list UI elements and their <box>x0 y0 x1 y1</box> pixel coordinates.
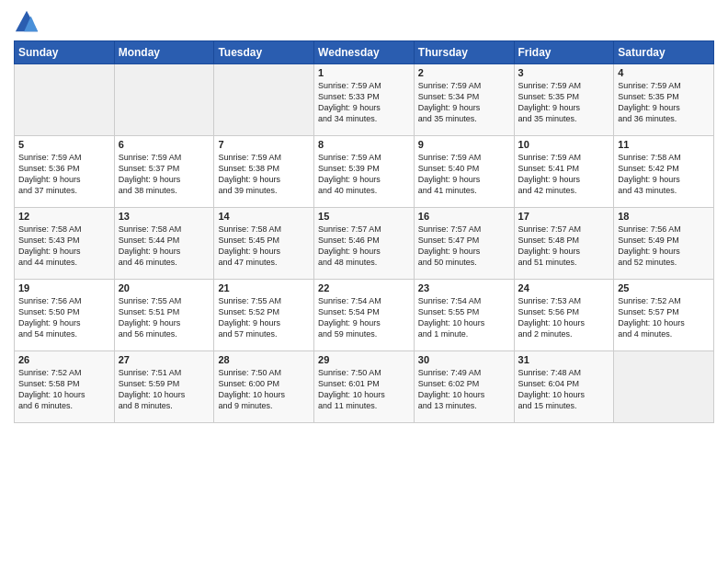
calendar-cell: 31Sunrise: 7:48 AM Sunset: 6:04 PM Dayli… <box>514 351 614 423</box>
cell-sun-info: Sunrise: 7:58 AM Sunset: 5:43 PM Dayligh… <box>18 224 110 269</box>
cell-sun-info: Sunrise: 7:53 AM Sunset: 5:56 PM Dayligh… <box>518 295 610 340</box>
day-number: 7 <box>218 139 310 150</box>
cell-sun-info: Sunrise: 7:49 AM Sunset: 6:02 PM Dayligh… <box>418 367 510 412</box>
calendar-cell: 5Sunrise: 7:59 AM Sunset: 5:36 PM Daylig… <box>15 136 115 208</box>
calendar-cell: 9Sunrise: 7:59 AM Sunset: 5:40 PM Daylig… <box>414 136 514 208</box>
cell-sun-info: Sunrise: 7:59 AM Sunset: 5:36 PM Dayligh… <box>18 152 110 197</box>
day-number: 16 <box>418 211 510 222</box>
day-number: 22 <box>318 282 410 293</box>
day-number: 12 <box>18 211 110 222</box>
cell-sun-info: Sunrise: 7:59 AM Sunset: 5:35 PM Dayligh… <box>518 80 610 125</box>
day-header-monday: Monday <box>114 41 214 64</box>
cell-sun-info: Sunrise: 7:59 AM Sunset: 5:33 PM Dayligh… <box>318 80 410 125</box>
cell-sun-info: Sunrise: 7:48 AM Sunset: 6:04 PM Dayligh… <box>518 367 610 412</box>
cell-sun-info: Sunrise: 7:59 AM Sunset: 5:38 PM Dayligh… <box>218 152 310 197</box>
cell-sun-info: Sunrise: 7:56 AM Sunset: 5:49 PM Dayligh… <box>618 224 710 269</box>
day-number: 26 <box>18 354 110 365</box>
calendar-cell: 18Sunrise: 7:56 AM Sunset: 5:49 PM Dayli… <box>614 208 714 280</box>
calendar-cell: 4Sunrise: 7:59 AM Sunset: 5:35 PM Daylig… <box>614 64 714 136</box>
calendar-cell: 21Sunrise: 7:55 AM Sunset: 5:52 PM Dayli… <box>214 280 314 351</box>
day-header-tuesday: Tuesday <box>214 41 314 64</box>
day-header-thursday: Thursday <box>414 41 514 64</box>
day-number: 6 <box>119 139 210 150</box>
calendar-cell: 2Sunrise: 7:59 AM Sunset: 5:34 PM Daylig… <box>414 64 514 136</box>
day-number: 20 <box>119 282 210 293</box>
page-container: SundayMondayTuesdayWednesdayThursdayFrid… <box>0 0 728 428</box>
cell-sun-info: Sunrise: 7:54 AM Sunset: 5:55 PM Dayligh… <box>418 295 510 340</box>
calendar-cell: 27Sunrise: 7:51 AM Sunset: 5:59 PM Dayli… <box>114 351 214 423</box>
calendar-week-row: 1Sunrise: 7:59 AM Sunset: 5:33 PM Daylig… <box>15 64 714 136</box>
cell-sun-info: Sunrise: 7:59 AM Sunset: 5:37 PM Dayligh… <box>119 152 210 197</box>
calendar-week-row: 19Sunrise: 7:56 AM Sunset: 5:50 PM Dayli… <box>15 280 714 351</box>
calendar-cell: 28Sunrise: 7:50 AM Sunset: 6:00 PM Dayli… <box>214 351 314 423</box>
calendar-cell: 20Sunrise: 7:55 AM Sunset: 5:51 PM Dayli… <box>114 280 214 351</box>
calendar-cell: 6Sunrise: 7:59 AM Sunset: 5:37 PM Daylig… <box>114 136 214 208</box>
day-number: 18 <box>618 211 710 222</box>
day-number: 8 <box>318 139 410 150</box>
cell-sun-info: Sunrise: 7:55 AM Sunset: 5:51 PM Dayligh… <box>119 295 210 340</box>
calendar-cell: 11Sunrise: 7:58 AM Sunset: 5:42 PM Dayli… <box>614 136 714 208</box>
day-number: 14 <box>218 211 310 222</box>
logo-icon <box>14 9 40 35</box>
calendar-cell: 19Sunrise: 7:56 AM Sunset: 5:50 PM Dayli… <box>15 280 115 351</box>
cell-sun-info: Sunrise: 7:59 AM Sunset: 5:41 PM Dayligh… <box>518 152 610 197</box>
calendar-cell: 23Sunrise: 7:54 AM Sunset: 5:55 PM Dayli… <box>414 280 514 351</box>
cell-sun-info: Sunrise: 7:58 AM Sunset: 5:45 PM Dayligh… <box>218 224 310 269</box>
cell-sun-info: Sunrise: 7:50 AM Sunset: 6:01 PM Dayligh… <box>318 367 410 412</box>
calendar-cell: 8Sunrise: 7:59 AM Sunset: 5:39 PM Daylig… <box>314 136 415 208</box>
calendar-cell: 16Sunrise: 7:57 AM Sunset: 5:47 PM Dayli… <box>414 208 514 280</box>
day-number: 5 <box>18 139 110 150</box>
day-number: 24 <box>518 282 610 293</box>
day-number: 2 <box>418 67 510 78</box>
day-number: 4 <box>618 67 710 78</box>
calendar-week-row: 26Sunrise: 7:52 AM Sunset: 5:58 PM Dayli… <box>15 351 714 423</box>
day-number: 1 <box>318 67 410 78</box>
calendar-week-row: 12Sunrise: 7:58 AM Sunset: 5:43 PM Dayli… <box>15 208 714 280</box>
calendar-cell: 12Sunrise: 7:58 AM Sunset: 5:43 PM Dayli… <box>15 208 115 280</box>
logo <box>14 9 43 35</box>
day-number: 28 <box>218 354 310 365</box>
calendar-cell: 22Sunrise: 7:54 AM Sunset: 5:54 PM Dayli… <box>314 280 415 351</box>
header <box>14 9 714 35</box>
day-number: 3 <box>518 67 610 78</box>
day-number: 19 <box>18 282 110 293</box>
cell-sun-info: Sunrise: 7:57 AM Sunset: 5:47 PM Dayligh… <box>418 224 510 269</box>
calendar-header-row: SundayMondayTuesdayWednesdayThursdayFrid… <box>15 41 714 64</box>
cell-sun-info: Sunrise: 7:51 AM Sunset: 5:59 PM Dayligh… <box>119 367 210 412</box>
cell-sun-info: Sunrise: 7:58 AM Sunset: 5:44 PM Dayligh… <box>119 224 210 269</box>
cell-sun-info: Sunrise: 7:50 AM Sunset: 6:00 PM Dayligh… <box>218 367 310 412</box>
cell-sun-info: Sunrise: 7:55 AM Sunset: 5:52 PM Dayligh… <box>218 295 310 340</box>
calendar-cell <box>214 64 314 136</box>
calendar-cell <box>15 64 115 136</box>
cell-sun-info: Sunrise: 7:57 AM Sunset: 5:46 PM Dayligh… <box>318 224 410 269</box>
calendar-cell: 1Sunrise: 7:59 AM Sunset: 5:33 PM Daylig… <box>314 64 415 136</box>
calendar-cell: 13Sunrise: 7:58 AM Sunset: 5:44 PM Dayli… <box>114 208 214 280</box>
cell-sun-info: Sunrise: 7:52 AM Sunset: 5:57 PM Dayligh… <box>618 295 710 340</box>
cell-sun-info: Sunrise: 7:59 AM Sunset: 5:35 PM Dayligh… <box>618 80 710 125</box>
calendar-cell: 10Sunrise: 7:59 AM Sunset: 5:41 PM Dayli… <box>514 136 614 208</box>
calendar-cell: 26Sunrise: 7:52 AM Sunset: 5:58 PM Dayli… <box>15 351 115 423</box>
calendar-cell: 14Sunrise: 7:58 AM Sunset: 5:45 PM Dayli… <box>214 208 314 280</box>
cell-sun-info: Sunrise: 7:59 AM Sunset: 5:34 PM Dayligh… <box>418 80 510 125</box>
day-number: 30 <box>418 354 510 365</box>
cell-sun-info: Sunrise: 7:59 AM Sunset: 5:40 PM Dayligh… <box>418 152 510 197</box>
day-header-wednesday: Wednesday <box>314 41 415 64</box>
calendar-cell: 15Sunrise: 7:57 AM Sunset: 5:46 PM Dayli… <box>314 208 415 280</box>
calendar-cell <box>614 351 714 423</box>
cell-sun-info: Sunrise: 7:57 AM Sunset: 5:48 PM Dayligh… <box>518 224 610 269</box>
day-number: 15 <box>318 211 410 222</box>
day-number: 27 <box>119 354 210 365</box>
cell-sun-info: Sunrise: 7:52 AM Sunset: 5:58 PM Dayligh… <box>18 367 110 412</box>
calendar-cell: 25Sunrise: 7:52 AM Sunset: 5:57 PM Dayli… <box>614 280 714 351</box>
day-number: 29 <box>318 354 410 365</box>
calendar-cell: 3Sunrise: 7:59 AM Sunset: 5:35 PM Daylig… <box>514 64 614 136</box>
day-number: 10 <box>518 139 610 150</box>
day-header-saturday: Saturday <box>614 41 714 64</box>
day-number: 13 <box>119 211 210 222</box>
calendar-cell <box>114 64 214 136</box>
calendar-cell: 30Sunrise: 7:49 AM Sunset: 6:02 PM Dayli… <box>414 351 514 423</box>
day-number: 23 <box>418 282 510 293</box>
cell-sun-info: Sunrise: 7:59 AM Sunset: 5:39 PM Dayligh… <box>318 152 410 197</box>
day-number: 25 <box>618 282 710 293</box>
cell-sun-info: Sunrise: 7:54 AM Sunset: 5:54 PM Dayligh… <box>318 295 410 340</box>
